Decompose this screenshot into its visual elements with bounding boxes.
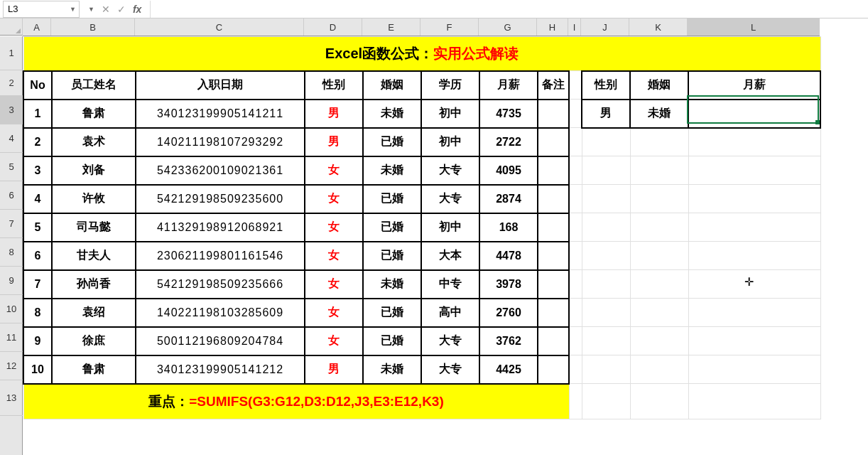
- cell-name[interactable]: 孙尚香: [52, 270, 136, 299]
- cell-edu[interactable]: 大专: [421, 185, 479, 213]
- hdr-marry2[interactable]: 婚姻: [630, 71, 688, 100]
- empty-k[interactable]: [630, 355, 688, 384]
- col-header-G[interactable]: G: [479, 18, 537, 36]
- side-marry[interactable]: 未婚: [630, 100, 688, 128]
- cell-marry[interactable]: 未婚: [363, 355, 421, 384]
- row-header-3[interactable]: 3: [0, 96, 23, 124]
- hdr-salary2[interactable]: 月薪: [688, 71, 820, 100]
- cell-marry[interactable]: 未婚: [363, 270, 421, 299]
- cell-marry[interactable]: 已婚: [363, 299, 421, 327]
- cell-salary[interactable]: 4095: [479, 156, 538, 185]
- cell-salary[interactable]: 2760: [479, 299, 538, 327]
- empty-l[interactable]: [688, 299, 820, 327]
- cell-edu[interactable]: 初中: [421, 100, 479, 128]
- cell-remark[interactable]: [538, 213, 569, 242]
- col-header-B[interactable]: B: [51, 18, 135, 36]
- cell-edu[interactable]: 初中: [421, 213, 479, 242]
- fx-icon[interactable]: fx: [133, 4, 141, 15]
- chevron-down-icon[interactable]: ▼: [70, 6, 76, 13]
- side-sex[interactable]: 男: [582, 100, 630, 128]
- cell-name[interactable]: 袁术: [52, 128, 136, 156]
- col-header-I[interactable]: I: [568, 18, 581, 36]
- empty-j[interactable]: [582, 355, 630, 384]
- empty-k[interactable]: [630, 128, 688, 156]
- cell-name[interactable]: 鲁肃: [52, 100, 136, 128]
- cell-sex[interactable]: 女: [305, 213, 363, 242]
- cell-remark[interactable]: [538, 156, 569, 185]
- cell-sex[interactable]: 男: [305, 128, 363, 156]
- cell-sex[interactable]: 女: [305, 242, 363, 270]
- row-header-2[interactable]: 2: [0, 70, 23, 96]
- row-header-4[interactable]: 4: [0, 124, 23, 153]
- empty-k[interactable]: [630, 327, 688, 355]
- empty-j[interactable]: [582, 327, 630, 355]
- cell-name[interactable]: 司马懿: [52, 213, 136, 242]
- spreadsheet-grid[interactable]: Excel函数公式：实用公式解读No员工姓名入职日期性别婚姻学历月薪备注性别婚姻…: [23, 36, 821, 455]
- empty-k[interactable]: [630, 156, 688, 185]
- row-header-8[interactable]: 8: [0, 238, 23, 267]
- cell-salary[interactable]: 4478: [479, 242, 538, 270]
- cell-edu[interactable]: 大专: [421, 327, 479, 355]
- bottom-formula-note[interactable]: 重点：=SUMIFS(G3:G12,D3:D12,J3,E3:E12,K3): [23, 384, 569, 419]
- cell-remark[interactable]: [538, 299, 569, 327]
- cell-edu[interactable]: 中专: [421, 270, 479, 299]
- cell-marry[interactable]: 已婚: [363, 242, 421, 270]
- cell-salary[interactable]: 3762: [479, 327, 538, 355]
- hdr-edu[interactable]: 学历: [421, 71, 479, 100]
- cell-date[interactable]: 542129198509235600: [136, 185, 305, 213]
- col-header-E[interactable]: E: [362, 18, 421, 36]
- row-header-13[interactable]: 13: [0, 380, 23, 416]
- cell-marry[interactable]: 已婚: [363, 128, 421, 156]
- cell-remark[interactable]: [538, 242, 569, 270]
- empty-l[interactable]: [688, 355, 820, 384]
- row-header-10[interactable]: 10: [0, 295, 23, 323]
- cell-no[interactable]: 3: [23, 156, 52, 185]
- empty-k[interactable]: [630, 185, 688, 213]
- side-salary[interactable]: [688, 100, 820, 128]
- row-header-11[interactable]: 11: [0, 323, 23, 352]
- hdr-name[interactable]: 员工姓名: [52, 71, 136, 100]
- hdr-sex[interactable]: 性别: [305, 71, 363, 100]
- empty-j[interactable]: [582, 213, 630, 242]
- empty-j[interactable]: [582, 299, 630, 327]
- cell-no[interactable]: 6: [23, 242, 52, 270]
- col-header-H[interactable]: H: [537, 18, 568, 36]
- cell-marry[interactable]: 已婚: [363, 327, 421, 355]
- cell-no[interactable]: 1: [23, 100, 52, 128]
- select-all-corner[interactable]: [0, 18, 23, 36]
- cell-edu[interactable]: 高中: [421, 299, 479, 327]
- cell-salary[interactable]: 168: [479, 213, 538, 242]
- cell-name[interactable]: 刘备: [52, 156, 136, 185]
- row-header-1[interactable]: 1: [0, 36, 23, 70]
- cell-name[interactable]: 鲁肃: [52, 355, 136, 384]
- page-title[interactable]: Excel函数公式：实用公式解读: [23, 37, 820, 71]
- name-box[interactable]: L3 ▼: [3, 1, 80, 18]
- cell-sex[interactable]: 男: [305, 355, 363, 384]
- cell-date[interactable]: 411329198912068921: [136, 213, 305, 242]
- cell-date[interactable]: 340123199905141212: [136, 355, 305, 384]
- hdr-marry[interactable]: 婚姻: [363, 71, 421, 100]
- row-header-12[interactable]: 12: [0, 352, 23, 380]
- cell-salary[interactable]: 4735: [479, 100, 538, 128]
- cell-remark[interactable]: [538, 355, 569, 384]
- cell-date[interactable]: 542129198509235666: [136, 270, 305, 299]
- accept-icon[interactable]: ✓: [117, 4, 126, 15]
- hdr-remark[interactable]: 备注: [538, 71, 569, 100]
- cell-remark[interactable]: [538, 100, 569, 128]
- cell-salary[interactable]: 3978: [479, 270, 538, 299]
- empty-l[interactable]: [688, 185, 820, 213]
- empty-j[interactable]: [582, 156, 630, 185]
- cell-sex[interactable]: 女: [305, 156, 363, 185]
- col-header-A[interactable]: A: [23, 18, 51, 36]
- empty-j[interactable]: [582, 185, 630, 213]
- cell-no[interactable]: 9: [23, 327, 52, 355]
- cell-date[interactable]: 500112196809204784: [136, 327, 305, 355]
- col-header-D[interactable]: D: [304, 18, 362, 36]
- cell-no[interactable]: 2: [23, 128, 52, 156]
- cell-sex[interactable]: 男: [305, 100, 363, 128]
- cell-edu[interactable]: 大专: [421, 156, 479, 185]
- cell-no[interactable]: 7: [23, 270, 52, 299]
- col-header-K[interactable]: K: [629, 18, 688, 36]
- empty-l[interactable]: [688, 242, 820, 270]
- cell-edu[interactable]: 大本: [421, 242, 479, 270]
